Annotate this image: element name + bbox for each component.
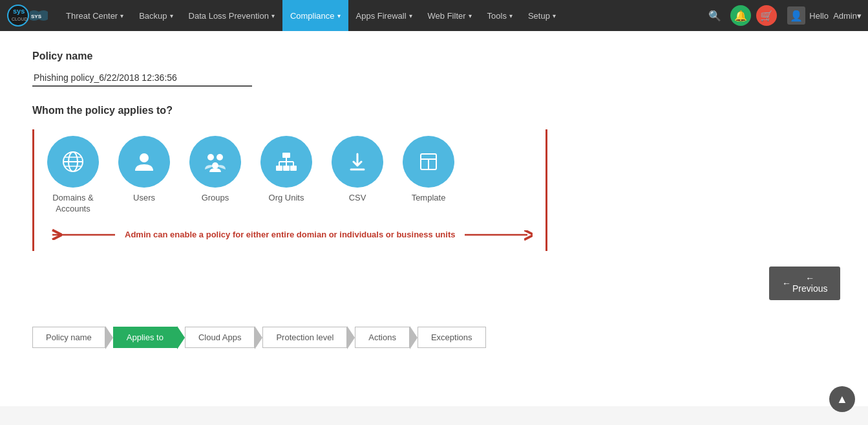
csv-option[interactable]: CSV <box>332 136 383 204</box>
groups-icon <box>189 136 241 188</box>
svg-text:SYS: SYS <box>31 14 42 19</box>
chevron-down-icon: ▾ <box>170 12 173 19</box>
template-icon <box>403 136 454 188</box>
policy-name-label: Policy name <box>32 50 836 62</box>
right-arrow-icon <box>461 225 533 245</box>
step-arrow-4 <box>347 326 355 349</box>
step-protection-level[interactable]: Protection level <box>262 327 347 348</box>
step-applies-to[interactable]: Applies to <box>113 327 177 348</box>
org-units-icon <box>260 136 312 188</box>
scroll-top-button[interactable]: ▲ <box>829 386 855 412</box>
nav-items: Threat Center ▾ Backup ▾ Data Loss Preve… <box>58 0 704 31</box>
step-exceptions[interactable]: Exceptions <box>418 327 486 348</box>
svg-point-9 <box>140 153 149 162</box>
progress-steps: Policy name Applies to Cloud Apps Protec… <box>32 326 836 349</box>
chevron-down-icon: ▾ <box>337 12 341 19</box>
csv-label: CSV <box>349 193 366 204</box>
template-option[interactable]: Template <box>403 136 454 204</box>
users-option[interactable]: Users <box>118 136 170 204</box>
svg-rect-14 <box>276 166 282 171</box>
nav-right: 🔍 🔔 🛒 👤 Hello Admin ▾ <box>704 5 862 26</box>
cart-button[interactable]: 🛒 <box>756 5 777 26</box>
chevron-down-icon: ▾ <box>120 12 123 19</box>
svg-text:CLOUD: CLOUD <box>12 17 28 21</box>
domains-accounts-icon <box>47 136 99 188</box>
step-arrow-3 <box>255 326 262 349</box>
icons-row: Domains &Accounts Users <box>47 136 533 215</box>
nav-threat-center[interactable]: Threat Center ▾ <box>58 0 131 31</box>
users-icon <box>118 136 170 188</box>
chevron-down-icon: ▾ <box>553 12 556 19</box>
template-label: Template <box>412 193 446 204</box>
navbar: sys CLOUD SYS Threat Center ▾ Backup ▾ D… <box>0 0 868 31</box>
step-exceptions-label: Exceptions <box>418 327 486 348</box>
main-content: Policy name Whom the policy applies to? … <box>0 31 868 406</box>
users-label: Users <box>133 193 155 204</box>
org-units-option[interactable]: Org Units <box>260 136 312 204</box>
search-button[interactable]: 🔍 <box>704 5 725 26</box>
groups-option[interactable]: Groups <box>189 136 241 204</box>
left-arrow-icon <box>47 225 118 245</box>
step-arrow-1 <box>105 326 113 349</box>
csv-icon <box>332 136 383 188</box>
chevron-down-icon: ▾ <box>469 12 472 19</box>
domains-accounts-label: Domains &Accounts <box>52 193 94 215</box>
applies-to-label: Whom the policy applies to? <box>32 105 836 116</box>
org-units-label: Org Units <box>269 193 304 204</box>
svg-point-10 <box>207 154 214 160</box>
svg-rect-15 <box>283 166 290 171</box>
nav-tools[interactable]: Tools ▾ <box>480 0 520 31</box>
annotation-text: Admin can enable a policy for either ent… <box>118 230 461 239</box>
notification-button[interactable]: 🔔 <box>730 5 751 26</box>
domains-accounts-option[interactable]: Domains &Accounts <box>47 136 99 215</box>
previous-button[interactable]: ← ← Previous <box>769 267 840 300</box>
nav-backup[interactable]: Backup ▾ <box>131 0 180 31</box>
nav-web-filter[interactable]: Web Filter ▾ <box>420 0 480 31</box>
chevron-down-icon: ▾ <box>857 11 862 21</box>
svg-rect-13 <box>282 153 290 158</box>
groups-label: Groups <box>202 193 229 204</box>
nav-compliance[interactable]: Compliance ▾ <box>282 0 348 31</box>
chevron-down-icon: ▾ <box>409 12 412 19</box>
step-applies-to-label: Applies to <box>113 327 177 348</box>
brand-logo[interactable]: sys CLOUD SYS <box>6 4 52 27</box>
nav-apps-firewall[interactable]: Apps Firewall ▾ <box>348 0 420 31</box>
avatar: 👤 <box>787 6 805 25</box>
step-policy-name-label: Policy name <box>32 327 105 348</box>
svg-rect-16 <box>290 166 297 171</box>
user-menu[interactable]: 👤 Hello Admin ▾ <box>787 6 862 25</box>
nav-setup[interactable]: Setup ▾ <box>520 0 564 31</box>
step-arrow-5 <box>410 326 418 349</box>
step-arrow-2 <box>177 326 185 349</box>
chevron-down-icon: ▾ <box>271 12 275 19</box>
step-actions-label: Actions <box>355 327 410 348</box>
nav-dlp[interactable]: Data Loss Prevention ▾ <box>181 0 282 31</box>
step-protection-level-label: Protection level <box>262 327 347 348</box>
policy-name-input[interactable] <box>32 70 252 87</box>
svg-text:sys: sys <box>13 7 25 15</box>
step-policy-name[interactable]: Policy name <box>32 327 105 348</box>
step-cloud-apps-label: Cloud Apps <box>185 327 255 348</box>
step-cloud-apps[interactable]: Cloud Apps <box>185 327 255 348</box>
chevron-down-icon: ▾ <box>509 12 513 19</box>
previous-arrow-icon: ← <box>782 278 791 289</box>
step-actions[interactable]: Actions <box>355 327 410 348</box>
svg-point-11 <box>217 154 223 160</box>
